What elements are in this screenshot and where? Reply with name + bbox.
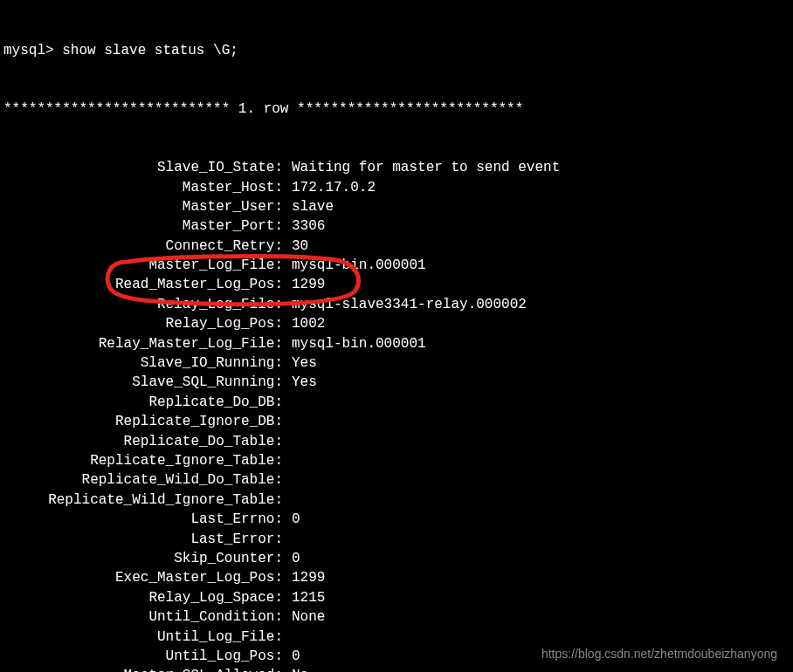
field-label: Relay_Log_File: [3, 295, 283, 314]
field-label: Exec_Master_Log_Pos: [3, 568, 283, 587]
field-value: 1215 [283, 588, 325, 607]
field-value: mysql-bin.000001 [283, 334, 426, 353]
field-row: Connect_Retry:30 [3, 237, 790, 256]
field-value [283, 530, 292, 549]
field-value [283, 451, 292, 470]
field-value: 1299 [283, 275, 325, 294]
row-separator: *************************** 1. row *****… [3, 99, 790, 119]
field-label: Replicate_Do_Table: [3, 432, 283, 451]
field-row: Master_Port:3306 [3, 216, 790, 236]
field-label: Read_Master_Log_Pos: [3, 275, 283, 294]
field-row: Master_Host:172.17.0.2 [3, 178, 790, 197]
command-text: show slave status \G; [62, 41, 238, 60]
field-label: Master_User: [3, 197, 283, 216]
field-label: Relay_Master_Log_File: [3, 334, 283, 353]
field-row: Master_Log_File:mysql-bin.000001 [3, 256, 790, 275]
field-label: Until_Log_Pos: [3, 647, 283, 666]
field-row: Replicate_Wild_Ignore_Table: [3, 490, 790, 510]
field-row: Master_SSL_Allowed:No [3, 666, 790, 672]
field-row: Relay_Master_Log_File:mysql-bin.000001 [3, 334, 790, 353]
field-label: Connect_Retry: [3, 237, 283, 256]
field-row: Skip_Counter:0 [3, 549, 790, 568]
field-row: Last_Error: [3, 530, 790, 549]
field-value: 0 [283, 549, 300, 568]
field-value: Yes [283, 373, 317, 392]
field-label: Replicate_Ignore_Table: [3, 451, 283, 470]
field-row: Replicate_Do_Table: [3, 432, 790, 451]
field-value: None [283, 607, 325, 627]
mysql-prompt: mysql> [3, 41, 62, 60]
field-value: No [283, 666, 308, 672]
field-label: Replicate_Do_DB: [3, 393, 283, 412]
field-row: Exec_Master_Log_Pos:1299 [3, 568, 790, 587]
field-value: mysql-slave3341-relay.000002 [283, 295, 527, 314]
field-value [283, 470, 292, 490]
field-row: Slave_SQL_Running:Yes [3, 373, 790, 392]
field-value: 0 [283, 510, 300, 529]
field-value: slave [283, 197, 334, 216]
field-row: Read_Master_Log_Pos:1299 [3, 275, 790, 294]
field-row: Relay_Log_Pos:1002 [3, 314, 790, 333]
field-value [283, 490, 292, 510]
field-label: Relay_Log_Space: [3, 588, 283, 607]
field-value: Yes [283, 353, 317, 373]
field-row: Replicate_Ignore_Table: [3, 451, 790, 470]
watermark-text: https://blog.csdn.net/zhetmdoubeizhanyon… [541, 646, 777, 663]
field-row: Relay_Log_Space:1215 [3, 588, 790, 607]
field-row: Slave_IO_State:Waiting for master to sen… [3, 158, 790, 177]
field-label: Until_Log_File: [3, 627, 283, 647]
field-row: Relay_Log_File:mysql-slave3341-relay.000… [3, 295, 790, 314]
field-label: Master_Host: [3, 178, 283, 197]
field-value [283, 627, 292, 647]
field-value [283, 412, 292, 431]
field-value: 30 [283, 237, 308, 256]
field-label: Until_Condition: [3, 607, 283, 627]
field-label: Skip_Counter: [3, 549, 283, 568]
field-value: 172.17.0.2 [283, 178, 376, 197]
field-value: 0 [283, 647, 300, 666]
terminal-output[interactable]: mysql> show slave status \G; ***********… [3, 2, 790, 672]
field-label: Relay_Log_Pos: [3, 314, 283, 333]
field-label: Replicate_Wild_Ignore_Table: [3, 490, 283, 510]
field-value [283, 393, 292, 412]
field-label: Last_Errno: [3, 510, 283, 529]
field-row: Replicate_Do_DB: [3, 393, 790, 412]
field-value: 1002 [283, 314, 325, 333]
field-row: Replicate_Wild_Do_Table: [3, 470, 790, 490]
field-label: Master_SSL_Allowed: [3, 666, 283, 672]
field-label: Replicate_Ignore_DB: [3, 412, 283, 431]
field-value: Waiting for master to send event [283, 158, 560, 177]
field-value: mysql-bin.000001 [283, 256, 426, 275]
field-label: Slave_IO_Running: [3, 353, 283, 373]
field-label: Master_Log_File: [3, 256, 283, 275]
field-row: Master_User:slave [3, 197, 790, 216]
field-label: Slave_IO_State: [3, 158, 283, 177]
field-label: Slave_SQL_Running: [3, 373, 283, 392]
field-label: Master_Port: [3, 216, 283, 236]
field-row: Until_Log_File: [3, 627, 790, 647]
field-label: Last_Error: [3, 530, 283, 549]
field-value: 1299 [283, 568, 325, 587]
field-row: Replicate_Ignore_DB: [3, 412, 790, 431]
field-value [283, 432, 292, 451]
field-row: Slave_IO_Running:Yes [3, 353, 790, 373]
command-line: mysql> show slave status \G; [3, 41, 790, 60]
fields-container: Slave_IO_State:Waiting for master to sen… [3, 158, 790, 672]
field-row: Last_Errno:0 [3, 510, 790, 529]
field-row: Until_Condition:None [3, 607, 790, 627]
field-value: 3306 [283, 216, 325, 236]
field-label: Replicate_Wild_Do_Table: [3, 470, 283, 490]
